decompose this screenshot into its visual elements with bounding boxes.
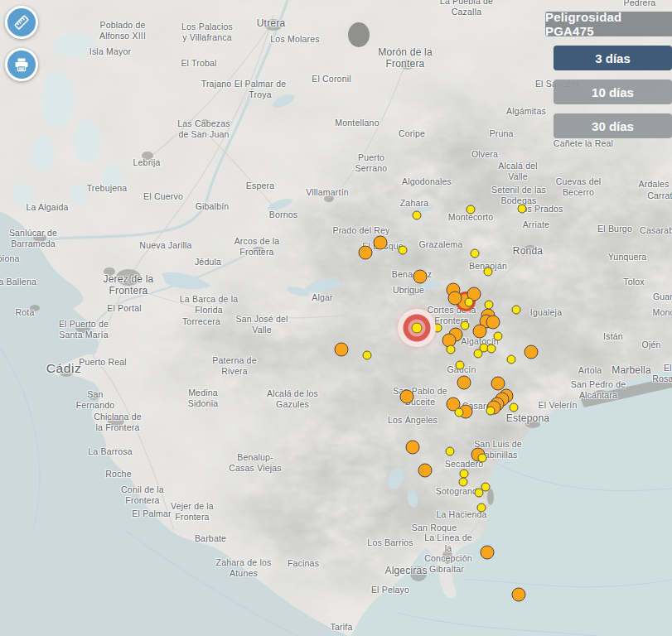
quake-marker-yellow[interactable]	[475, 489, 484, 498]
quake-marker-yellow[interactable]	[507, 355, 516, 364]
quake-marker-yellow[interactable]	[512, 306, 521, 315]
quake-marker-orange[interactable]	[525, 345, 539, 359]
quake-marker-yellow[interactable]	[413, 211, 422, 220]
quake-marker-yellow[interactable]	[459, 478, 468, 487]
measure-tool-button[interactable]	[5, 6, 38, 39]
quake-marker-yellow[interactable]	[447, 345, 456, 354]
quake-marker-orange[interactable]	[418, 464, 433, 478]
printer-icon	[13, 56, 30, 73]
quake-marker-yellow[interactable]	[518, 205, 527, 214]
quake-marker-orange[interactable]	[359, 246, 373, 260]
quake-marker-yellow[interactable]	[471, 249, 480, 258]
print-button[interactable]	[5, 48, 38, 81]
quake-marker-orange[interactable]	[491, 377, 505, 391]
quake-marker-yellow[interactable]	[399, 246, 408, 255]
quake-marker-yellow[interactable]	[363, 351, 372, 360]
map-canvas[interactable]: Poblado de Alfonso XIIIIsla MayorLos Pal…	[0, 0, 672, 636]
quake-marker-orange[interactable]	[335, 343, 349, 357]
quake-marker-yellow[interactable]	[461, 321, 470, 330]
ruler-icon	[12, 13, 31, 31]
quake-marker-orange[interactable]	[473, 325, 487, 339]
hazard-panel: Peligrosidad PGA475 3 días10 días30 días	[545, 12, 672, 147]
quake-marker-yellow[interactable]	[487, 344, 496, 354]
selected-quake-marker[interactable]	[398, 309, 436, 347]
quake-marker-yellow[interactable]	[485, 301, 494, 310]
quake-marker-yellow[interactable]	[446, 447, 455, 456]
quake-marker-yellow[interactable]	[467, 205, 476, 214]
quake-marker-yellow[interactable]	[474, 349, 483, 359]
quake-marker-yellow[interactable]	[510, 403, 519, 412]
quake-marker-orange[interactable]	[374, 236, 388, 250]
quake-marker-orange[interactable]	[486, 316, 500, 330]
quake-marker-yellow[interactable]	[455, 408, 464, 417]
quake-marker-orange[interactable]	[413, 270, 428, 284]
quake-marker-yellow[interactable]	[465, 298, 474, 307]
quake-marker-yellow[interactable]	[494, 332, 503, 341]
period-button-3-días[interactable]: 3 días	[554, 46, 672, 70]
period-button-30-días[interactable]: 30 días	[554, 113, 672, 138]
quake-marker-orange[interactable]	[400, 390, 414, 404]
quake-marker-yellow[interactable]	[477, 504, 486, 513]
panel-title: Peligrosidad PGA475	[545, 12, 672, 36]
quake-marker-orange[interactable]	[512, 588, 526, 602]
quake-marker-orange[interactable]	[406, 441, 420, 455]
quake-marker-orange[interactable]	[448, 292, 462, 306]
quake-marker-yellow[interactable]	[486, 407, 496, 416]
highlight-center-dot	[412, 323, 423, 334]
quake-marker-orange[interactable]	[457, 376, 471, 390]
quake-marker-orange[interactable]	[481, 546, 495, 560]
quake-marker-yellow[interactable]	[478, 454, 487, 463]
quake-marker-yellow[interactable]	[484, 267, 493, 277]
period-button-10-días[interactable]: 10 días	[554, 80, 672, 104]
quake-marker-yellow[interactable]	[456, 361, 465, 370]
